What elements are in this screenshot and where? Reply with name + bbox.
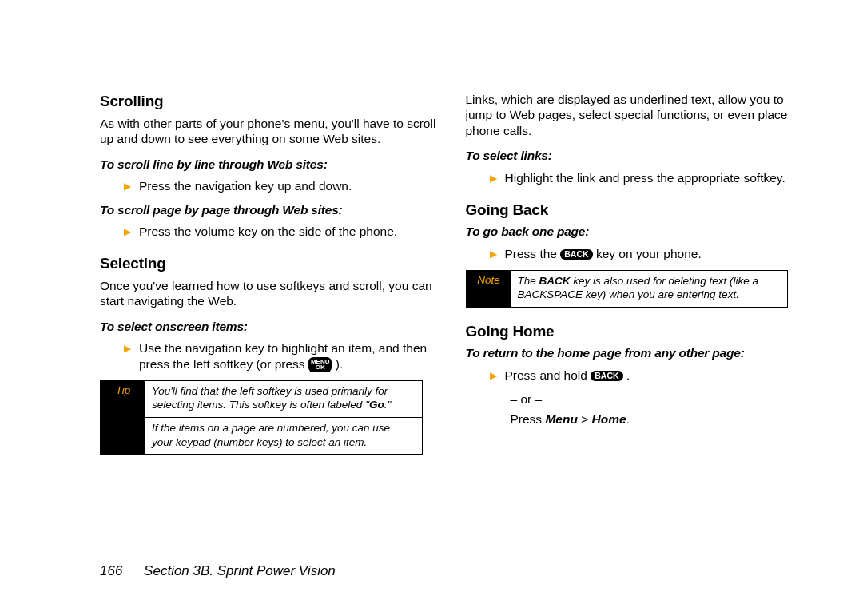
- tip-text: If the items on a page are numbered, you…: [145, 418, 422, 454]
- triangle-bullet-icon: ▶: [124, 340, 131, 356]
- triangle-bullet-icon: ▶: [490, 246, 497, 262]
- tip-text: You'll find that the left softkey is use…: [145, 381, 422, 417]
- page-content: Scrolling As with other parts of your ph…: [0, 0, 863, 461]
- bullet-text: Press the BACK key on your phone.: [505, 246, 808, 261]
- triangle-bullet-icon: ▶: [124, 224, 131, 240]
- subheading: To select links:: [466, 148, 808, 163]
- text-part: >: [578, 412, 592, 426]
- tip-row: If the items on a page are numbered, you…: [101, 417, 422, 454]
- text-part: Links, which are displayed as: [466, 93, 630, 106]
- tip-row: Tip You'll find that the left softkey is…: [101, 381, 422, 417]
- triangle-bullet-icon: ▶: [490, 368, 497, 384]
- page-footer: 166 Section 3B. Sprint Power Vision: [100, 563, 336, 579]
- subheading: To scroll line by line through Web sites…: [100, 157, 442, 172]
- text-part: .: [626, 412, 630, 426]
- bullet-item: ▶ Use the navigation key to highlight an…: [124, 340, 442, 372]
- body-text: Links, which are displayed as underlined…: [466, 92, 808, 138]
- body-text: Once you've learned how to use softkeys …: [100, 278, 442, 309]
- note-text: The BACK key is also used for deleting t…: [511, 271, 788, 307]
- bullet-item: ▶ Press the navigation key up and down.: [124, 178, 442, 194]
- text-leading: Press and hold: [505, 368, 591, 382]
- heading-selecting: Selecting: [100, 254, 442, 273]
- tip-text-bold: Go: [369, 399, 384, 411]
- text-leading: Use the navigation key to highlight an i…: [139, 341, 427, 370]
- subheading: To select onscreen items:: [100, 319, 442, 334]
- bullet-item: ▶ Press and hold BACK .: [490, 368, 808, 384]
- heading-scrolling: Scrolling: [100, 92, 442, 111]
- menu-item-bold: Menu: [545, 412, 577, 426]
- note-label: Note: [467, 271, 511, 307]
- note-text-part: The: [518, 275, 539, 287]
- back-key-icon: BACK: [560, 249, 592, 260]
- section-title: Section 3B. Sprint Power Vision: [144, 563, 336, 578]
- triangle-bullet-icon: ▶: [490, 170, 497, 186]
- right-column: Links, which are displayed as underlined…: [466, 92, 808, 461]
- menu-item-bold: Home: [592, 412, 626, 426]
- bullet-text: Press the navigation key up and down.: [139, 178, 442, 193]
- bullet-text: Press the volume key on the side of the …: [139, 224, 442, 239]
- underlined-text: underlined text: [630, 93, 711, 106]
- bullet-text: Use the navigation key to highlight an i…: [139, 340, 442, 372]
- subheading: To return to the home page from any othe…: [466, 345, 808, 360]
- note-box: Note The BACK key is also used for delet…: [466, 270, 789, 308]
- tip-box: Tip You'll find that the left softkey is…: [100, 380, 423, 455]
- heading-going-back: Going Back: [466, 201, 808, 220]
- text-trailing: ).: [336, 357, 343, 371]
- tip-text-part: You'll find that the left softkey is use…: [152, 385, 388, 411]
- bullet-item: ▶ Press the volume key on the side of th…: [124, 224, 442, 240]
- subheading: To scroll page by page through Web sites…: [100, 202, 442, 217]
- menu-ok-key-icon: MENUOK: [308, 357, 332, 372]
- left-column: Scrolling As with other parts of your ph…: [100, 92, 442, 461]
- note-text-bold: BACK: [539, 275, 571, 287]
- menu-path: Press Menu > Home.: [511, 411, 808, 427]
- text-trailing: .: [626, 368, 630, 382]
- back-key-icon: BACK: [591, 371, 622, 381]
- tip-label-empty: [101, 418, 145, 454]
- bullet-item: ▶ Highlight the link and press the appro…: [490, 170, 808, 186]
- bullet-text: Highlight the link and press the appropr…: [505, 170, 808, 185]
- text-leading: Press the: [505, 247, 561, 260]
- text-part: Press: [511, 412, 546, 426]
- page-number: 166: [100, 563, 122, 578]
- subheading: To go back one page:: [466, 224, 808, 239]
- bullet-text: Press and hold BACK .: [505, 368, 808, 383]
- text-trailing: key on your phone.: [596, 247, 702, 260]
- body-text: As with other parts of your phone's menu…: [100, 116, 442, 147]
- note-row: Note The BACK key is also used for delet…: [467, 271, 788, 307]
- or-separator: – or –: [511, 391, 808, 407]
- tip-text-part: .": [384, 399, 392, 411]
- triangle-bullet-icon: ▶: [124, 178, 131, 194]
- tip-label: Tip: [101, 381, 145, 417]
- heading-going-home: Going Home: [466, 322, 808, 341]
- bullet-item: ▶ Press the BACK key on your phone.: [490, 246, 808, 262]
